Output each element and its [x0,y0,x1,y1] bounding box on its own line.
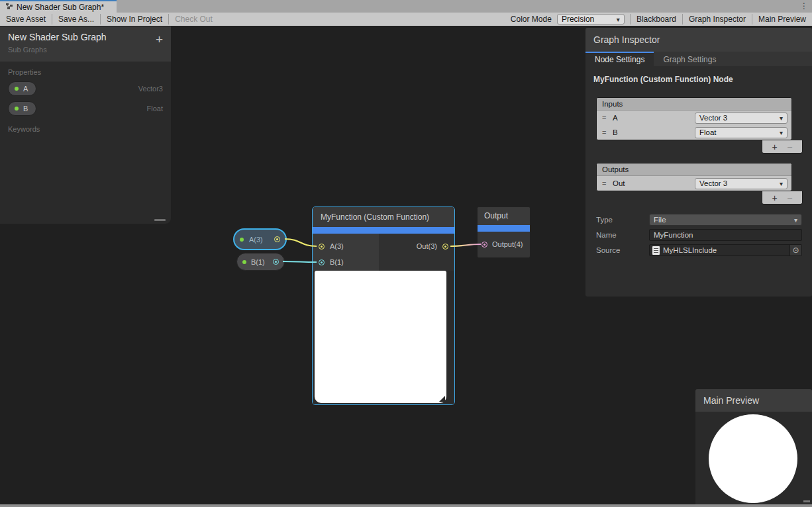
remove-input-button[interactable]: − [787,142,792,152]
source-value: MyHLSLInclude [663,246,717,254]
file-icon [652,246,660,255]
property-name: B [23,105,28,113]
tab-graph-settings[interactable]: Graph Settings [654,52,725,66]
port-icon-vector3[interactable] [319,244,325,250]
field-row: Type File [596,214,802,226]
function-type-value: File [654,216,666,224]
property-green-dot-icon [240,238,244,242]
main-preview-panel: Main Preview [695,389,812,504]
properties-section-label: Properties [8,68,163,76]
property-green-dot-icon [242,260,246,264]
property-node-a[interactable]: A(3) [233,228,287,250]
output-type-dropdown[interactable]: Vector 3 [695,178,787,189]
function-fields: Type File Name MyFunction Source MyHLSLI… [585,214,812,256]
blackboard-title: New Shader Sub Graph [8,32,163,42]
property-pill-a[interactable]: A [8,81,36,96]
main-preview-title: Main Preview [695,389,812,412]
node-preview-image [315,271,446,403]
blackboard-header[interactable]: New Shader Sub Graph Sub Graphs + [0,26,171,62]
preview-collapse-chevron-icon[interactable] [439,396,445,402]
outputs-list: Outputs = Out Vector 3 [596,163,792,191]
input-port-row[interactable]: B(1) [313,254,379,270]
node-ports: A(3) B(1) Out(3) [313,234,454,271]
type-label: Type [596,216,649,224]
graph-inspector-title: Graph Inspector [585,28,812,52]
outputs-list-footer: + − [762,191,803,205]
port-icon-vector3[interactable] [442,244,448,250]
input-name: A [613,114,618,122]
add-output-button[interactable]: + [772,193,778,203]
add-property-button[interactable]: + [156,33,163,46]
port-icon-vector3[interactable] [274,236,280,242]
preview-sphere [709,414,797,503]
output-port-label: Out(3) [417,242,437,250]
source-object-field[interactable]: MyHLSLInclude [649,244,802,256]
port-icon-vector4[interactable] [482,242,487,248]
port-icon-float[interactable] [319,259,325,265]
property-green-dot-icon [15,107,19,111]
chevron-down-icon [780,179,783,187]
node-preview-area [313,271,454,405]
main-preview-resize-handle[interactable] [803,500,810,502]
list-row[interactable]: = A Vector 3 [597,111,791,125]
node-settings-heading: MyFunction (Custom Function) Node [585,66,812,88]
function-name-value: MyFunction [654,231,693,239]
chevron-down-icon [780,128,783,136]
property-pill-b[interactable]: B [8,101,36,116]
input-port-row[interactable]: Output(4) [478,236,530,252]
port-icon-float[interactable] [273,259,279,265]
property-name: A [23,85,28,93]
window-bottom-edge [0,504,812,507]
property-node-b[interactable]: B(1) [236,253,285,271]
shader-graph-window: New Shader Sub Graph* ⋮ Save Asset Save … [0,0,812,507]
property-green-dot-icon [15,87,19,91]
output-node[interactable]: Output Output(4) [477,207,531,258]
object-picker-icon[interactable] [789,245,801,255]
output-port-row[interactable]: Out(3) [379,238,454,254]
property-type: Float [147,105,163,113]
blackboard-panel: New Shader Sub Graph Sub Graphs + Proper… [0,26,171,224]
chevron-down-icon [780,114,783,122]
property-row: A Vector3 [0,79,171,99]
custom-function-node[interactable]: MyFunction (Custom Function) A(3) B(1) O… [312,207,455,405]
remove-output-button[interactable]: − [787,193,792,203]
source-label: Source [596,246,649,254]
input-port-label: Output(4) [492,240,523,248]
input-type-dropdown[interactable]: Vector 3 [695,113,787,124]
tab-node-settings[interactable]: Node Settings [585,52,654,66]
inputs-list-footer: + − [762,140,803,154]
property-type: Vector3 [138,85,163,93]
inputs-list-header: Inputs [597,98,791,111]
field-row: Source MyHLSLInclude [596,244,802,256]
input-type-value: Float [699,128,717,136]
input-port-row[interactable]: A(3) [313,238,379,254]
graph-inspector-panel: Graph Inspector Node Settings Graph Sett… [585,28,812,297]
output-name: Out [613,179,625,187]
list-row[interactable]: = B Float [597,125,791,140]
function-name-field[interactable]: MyFunction [649,229,802,241]
property-node-label: A(3) [249,236,263,244]
drag-handle-icon[interactable]: = [602,179,613,187]
node-title: MyFunction (Custom Function) [313,207,454,227]
drag-handle-icon[interactable]: = [602,114,613,122]
drag-handle-icon[interactable]: = [602,128,613,136]
input-type-dropdown[interactable]: Float [695,127,787,138]
node-title: Output [478,207,530,225]
main-preview-body[interactable] [695,412,812,504]
node-output-column: Out(3) [379,234,454,271]
property-row: B Float [0,99,171,118]
input-type-value: Vector 3 [699,114,727,122]
property-node-label: B(1) [251,258,265,266]
output-type-value: Vector 3 [699,179,727,187]
precision-color-bar [313,227,454,234]
outputs-list-header: Outputs [597,163,791,176]
field-row: Name MyFunction [596,229,802,241]
function-type-dropdown[interactable]: File [649,214,802,226]
blackboard-subtitle: Sub Graphs [8,46,163,54]
precision-color-bar [478,225,530,232]
blackboard-resize-handle[interactable] [154,219,166,221]
list-row[interactable]: = Out Vector 3 [597,176,791,191]
input-port-label: B(1) [330,258,344,266]
add-input-button[interactable]: + [772,142,778,152]
node-input-column: A(3) B(1) [313,234,379,271]
